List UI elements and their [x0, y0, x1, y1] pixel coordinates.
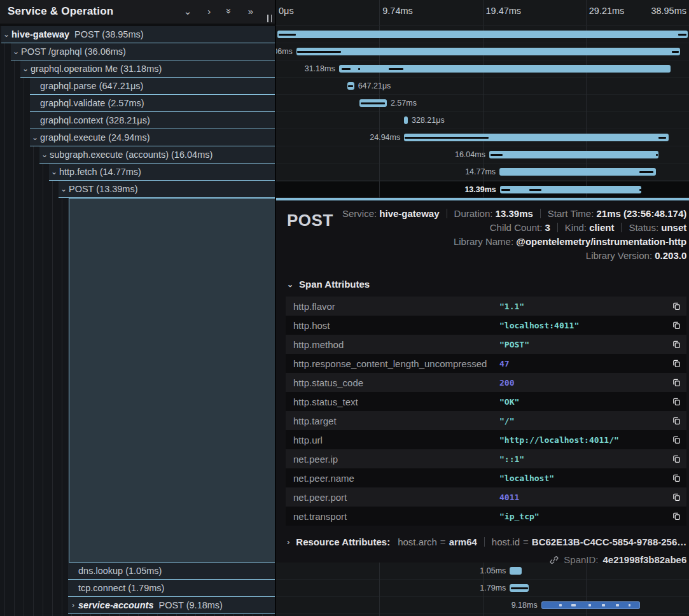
detail-overview-line: Library Name: @opentelemetry/instrumenta… [286, 235, 686, 249]
chevron-down-icon[interactable]: ⌄ [11, 48, 21, 55]
span-row-label[interactable]: ⌄POST (13.39ms) [59, 181, 275, 198]
span-bar[interactable] [510, 567, 521, 575]
attr-row: http.flavor"1.1" [286, 297, 686, 316]
span-bar-cell: 647.21μs [276, 78, 689, 95]
attr-row: net.peer.port4011 [286, 487, 686, 507]
chevron-right-icon[interactable]: › [68, 602, 78, 608]
span-bar[interactable] [277, 31, 688, 38]
attr-value: 4011 [499, 493, 666, 502]
attr-key: http.flavor [293, 301, 499, 312]
span-attributes-header[interactable]: ⌄Span Attributes [286, 279, 686, 290]
child-marker-tick [639, 171, 653, 173]
panel-title: Service & Operation [8, 5, 184, 18]
span-bar-cell: 328.21μs [276, 112, 689, 129]
copy-button[interactable] [666, 339, 681, 349]
copy-icon [672, 435, 681, 445]
span-bar[interactable] [500, 186, 642, 193]
span-id-label: SpanID: [564, 554, 598, 565]
operation-name: graphql.validate (2.57ms) [40, 98, 144, 108]
collapse-controls: ⌄ › » » [184, 6, 253, 16]
copy-icon [672, 358, 681, 368]
chevron-down-icon[interactable]: ⌄ [59, 186, 69, 192]
panel-resize-handle[interactable] [267, 15, 272, 22]
operation-name: graphql.execute (24.94ms) [40, 132, 150, 143]
span-row-label[interactable]: ⌄hive-gatewayPOST (38.95ms) [1, 26, 275, 43]
axis-tick: 0μs [279, 6, 294, 16]
resource-attributes-title: Resource Attributes: [296, 536, 390, 547]
span-row: graphql.validate (2.57ms)2.57ms [0, 95, 689, 112]
span-row: graphql.context (328.21μs)328.21μs [0, 112, 689, 129]
copy-button[interactable] [666, 416, 681, 426]
span-row: dns.lookup (1.05ms)1.05ms [0, 563, 689, 580]
copy-button[interactable] [666, 396, 681, 407]
span-row-label[interactable]: tcp.connect (1.79ms) [68, 580, 275, 597]
operation-name: graphql.context (328.21μs) [40, 115, 150, 125]
span-duration-label: 14.77ms [465, 167, 496, 176]
chevron-down-icon[interactable]: ⌄ [49, 169, 59, 175]
span-bar[interactable] [404, 116, 408, 124]
span-row-label[interactable]: ⌄subgraph.execute (accounts) (16.04ms) [39, 146, 275, 164]
double-chevron-right-icon[interactable]: » [248, 6, 253, 16]
span-row-label[interactable]: graphql.parse (647.21μs) [30, 78, 275, 95]
span-name-cell: ⌄POST (13.39ms) [0, 181, 276, 198]
copy-icon [672, 320, 681, 330]
copy-button[interactable] [666, 358, 681, 368]
attr-key: http.status_text [293, 396, 499, 407]
copy-button[interactable] [666, 473, 681, 483]
span-bar[interactable] [499, 168, 656, 176]
child-marker-tick [602, 604, 605, 606]
chevron-down-icon[interactable]: ⌄ [184, 6, 192, 16]
span-row: ⌄subgraph.execute (accounts) (16.04ms)16… [0, 146, 689, 164]
child-marker-tick [571, 604, 575, 606]
span-row-label[interactable]: ⌄POST /graphql (36.06ms) [11, 43, 275, 60]
attr-value: "localhost" [499, 473, 666, 483]
child-marker-tick [678, 34, 686, 36]
selected-span-highlight-panel [69, 198, 275, 563]
double-chevron-down-icon[interactable]: » [225, 8, 234, 13]
chevron-right-icon: › [287, 537, 289, 547]
attr-row: http.host"localhost:4011" [286, 316, 686, 335]
copy-button[interactable] [666, 377, 681, 388]
link-icon[interactable] [549, 555, 559, 565]
copy-button[interactable] [666, 454, 681, 464]
chevron-down-icon: ⌄ [287, 282, 293, 287]
span-row-label[interactable]: ⌄graphql.execute (24.94ms) [30, 129, 275, 146]
chevron-down-icon[interactable]: ⌄ [1, 31, 11, 38]
chevron-right-icon[interactable]: › [207, 6, 211, 16]
chevron-down-icon[interactable]: ⌄ [20, 66, 31, 72]
resource-attributes-row[interactable]: ›Resource Attributes:host.arch=arm64host… [286, 536, 686, 547]
detail-field-value: hive-gateway [379, 208, 439, 219]
attr-key: http.host [293, 320, 499, 331]
child-marker-tick [389, 68, 403, 70]
span-bar-cell: 24.94ms [276, 129, 689, 146]
copy-button[interactable] [666, 435, 681, 445]
detail-field-value: 13.39ms [496, 208, 533, 219]
service-name: hive-gateway [11, 29, 69, 39]
span-row-label[interactable]: graphql.context (328.21μs) [30, 112, 275, 129]
service-name: service-accounts [78, 600, 153, 610]
span-bar[interactable] [489, 151, 658, 158]
chevron-down-icon[interactable]: ⌄ [39, 151, 50, 158]
operation-name: POST (9.18ms) [158, 600, 222, 610]
span-row-label[interactable]: ⌄http.fetch (14.77ms) [49, 164, 275, 181]
child-marker-tick [658, 137, 666, 139]
span-row-label[interactable]: graphql.validate (2.57ms) [30, 95, 275, 112]
span-row-label[interactable]: ⌄graphql.operation Me (31.18ms) [20, 60, 275, 78]
chevron-down-icon[interactable]: ⌄ [30, 134, 40, 141]
copy-button[interactable] [666, 511, 681, 521]
span-row-label[interactable]: dns.lookup (1.05ms) [68, 563, 275, 580]
span-duration-label: 13.39ms [464, 185, 496, 194]
span-duration-label: 2.57ms [391, 99, 417, 108]
span-row: ⌄graphql.execute (24.94ms)24.94ms [0, 129, 689, 146]
span-bar[interactable] [296, 48, 680, 55]
copy-button[interactable] [666, 320, 681, 330]
detail-overview-line: Library Version: 0.203.0 [286, 249, 686, 263]
child-marker-tick [616, 604, 619, 606]
detail-field-label: Kind: [565, 222, 589, 233]
span-row: ›service-accountsPOST (9.18ms)9.18ms [0, 597, 689, 614]
span-duration-label: 31.18ms [305, 64, 335, 73]
copy-button[interactable] [666, 301, 681, 311]
span-row-label[interactable]: ›service-accountsPOST (9.18ms) [68, 597, 275, 614]
copy-button[interactable] [666, 492, 681, 502]
child-marker-tick [511, 587, 528, 589]
